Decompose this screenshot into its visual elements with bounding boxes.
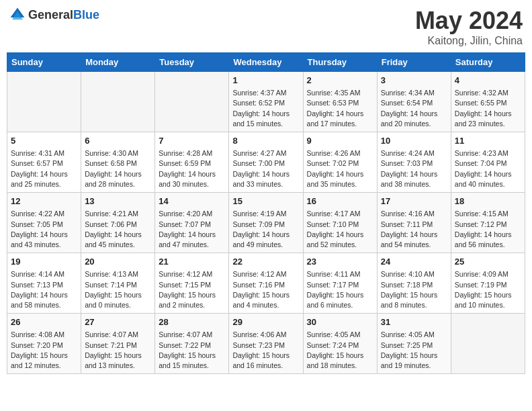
page-header: GeneralBlue May 2024 Kaitong, Jilin, Chi… [7,7,525,47]
day-detail: Sunrise: 4:16 AMSunset: 7:11 PMDaylight:… [381,209,447,250]
weekday-header-friday: Friday [377,53,451,72]
calendar-cell: 17Sunrise: 4:16 AMSunset: 7:11 PMDayligh… [377,193,451,253]
day-number: 14 [159,195,225,208]
title-area: May 2024 Kaitong, Jilin, China [415,7,523,47]
calendar-cell [81,72,155,132]
day-number: 22 [232,256,299,268]
day-number: 5 [11,135,77,147]
day-detail: Sunrise: 4:22 AMSunset: 7:05 PMDaylight:… [11,209,77,250]
weekday-header-thursday: Thursday [303,53,377,72]
day-detail: Sunrise: 4:08 AMSunset: 7:20 PMDaylight:… [11,330,77,371]
day-detail: Sunrise: 4:06 AMSunset: 7:23 PMDaylight:… [232,330,299,371]
day-number: 20 [85,256,151,268]
calendar-cell: 18Sunrise: 4:15 AMSunset: 7:12 PMDayligh… [451,193,525,253]
calendar-cell: 25Sunrise: 4:09 AMSunset: 7:19 PMDayligh… [451,253,525,314]
calendar-cell: 12Sunrise: 4:22 AMSunset: 7:05 PMDayligh… [7,193,81,253]
day-number: 13 [85,195,151,208]
weekday-header-row: SundayMondayTuesdayWednesdayThursdayFrid… [7,53,525,72]
calendar-cell: 29Sunrise: 4:06 AMSunset: 7:23 PMDayligh… [229,314,303,374]
day-detail: Sunrise: 4:21 AMSunset: 7:06 PMDaylight:… [85,209,151,250]
day-detail: Sunrise: 4:11 AMSunset: 7:17 PMDaylight:… [307,269,373,310]
day-number: 12 [11,195,77,208]
day-detail: Sunrise: 4:32 AMSunset: 6:55 PMDaylight:… [455,88,521,129]
calendar-cell: 26Sunrise: 4:08 AMSunset: 7:20 PMDayligh… [7,314,81,374]
calendar-cell: 5Sunrise: 4:31 AMSunset: 6:57 PMDaylight… [7,132,81,193]
calendar-cell [451,314,525,374]
day-detail: Sunrise: 4:30 AMSunset: 6:58 PMDaylight:… [85,148,151,189]
day-number: 21 [159,256,225,268]
day-number: 11 [455,135,521,147]
day-detail: Sunrise: 4:34 AMSunset: 6:54 PMDaylight:… [381,88,447,129]
calendar-cell: 13Sunrise: 4:21 AMSunset: 7:06 PMDayligh… [81,193,155,253]
day-number: 19 [11,256,77,268]
day-detail: Sunrise: 4:17 AMSunset: 7:10 PMDaylight:… [307,209,373,250]
calendar-cell: 15Sunrise: 4:19 AMSunset: 7:09 PMDayligh… [229,193,303,253]
day-detail: Sunrise: 4:15 AMSunset: 7:12 PMDaylight:… [455,209,521,250]
calendar-cell: 24Sunrise: 4:10 AMSunset: 7:18 PMDayligh… [377,253,451,314]
logo: GeneralBlue [9,7,99,23]
calendar-cell: 19Sunrise: 4:14 AMSunset: 7:13 PMDayligh… [7,253,81,314]
day-detail: Sunrise: 4:13 AMSunset: 7:14 PMDaylight:… [85,269,151,310]
calendar-cell: 28Sunrise: 4:07 AMSunset: 7:22 PMDayligh… [155,314,229,374]
day-detail: Sunrise: 4:12 AMSunset: 7:16 PMDaylight:… [232,269,299,310]
month-title: May 2024 [415,7,523,35]
day-number: 6 [85,135,151,147]
week-row-3: 12Sunrise: 4:22 AMSunset: 7:05 PMDayligh… [7,193,525,253]
day-number: 1 [232,75,299,87]
logo-general: General [28,8,73,21]
calendar-cell: 16Sunrise: 4:17 AMSunset: 7:10 PMDayligh… [303,193,377,253]
day-number: 7 [159,135,225,147]
calendar-cell: 14Sunrise: 4:20 AMSunset: 7:07 PMDayligh… [155,193,229,253]
calendar-cell: 21Sunrise: 4:12 AMSunset: 7:15 PMDayligh… [155,253,229,314]
day-number: 25 [455,256,521,268]
calendar-cell: 23Sunrise: 4:11 AMSunset: 7:17 PMDayligh… [303,253,377,314]
weekday-header-monday: Monday [81,53,155,72]
day-number: 23 [307,256,373,268]
calendar-cell: 11Sunrise: 4:23 AMSunset: 7:04 PMDayligh… [451,132,525,193]
calendar-cell: 1Sunrise: 4:37 AMSunset: 6:52 PMDaylight… [229,72,303,132]
day-number: 27 [85,316,151,328]
day-number: 3 [381,75,447,87]
day-number: 24 [381,256,447,268]
calendar-cell: 10Sunrise: 4:24 AMSunset: 7:03 PMDayligh… [377,132,451,193]
week-row-5: 26Sunrise: 4:08 AMSunset: 7:20 PMDayligh… [7,314,525,374]
day-detail: Sunrise: 4:37 AMSunset: 6:52 PMDaylight:… [232,88,299,129]
day-detail: Sunrise: 4:12 AMSunset: 7:15 PMDaylight:… [159,269,225,310]
day-detail: Sunrise: 4:31 AMSunset: 6:57 PMDaylight:… [11,148,77,189]
calendar-cell: 9Sunrise: 4:26 AMSunset: 7:02 PMDaylight… [303,132,377,193]
day-detail: Sunrise: 4:07 AMSunset: 7:22 PMDaylight:… [159,330,225,371]
calendar-cell: 22Sunrise: 4:12 AMSunset: 7:16 PMDayligh… [229,253,303,314]
week-row-4: 19Sunrise: 4:14 AMSunset: 7:13 PMDayligh… [7,253,525,314]
logo-text: GeneralBlue [28,8,99,22]
calendar-cell: 8Sunrise: 4:27 AMSunset: 7:00 PMDaylight… [229,132,303,193]
calendar-cell: 20Sunrise: 4:13 AMSunset: 7:14 PMDayligh… [81,253,155,314]
calendar-cell: 4Sunrise: 4:32 AMSunset: 6:55 PMDaylight… [451,72,525,132]
day-number: 30 [307,316,373,328]
day-number: 28 [159,316,225,328]
day-number: 4 [455,75,521,87]
day-detail: Sunrise: 4:28 AMSunset: 6:59 PMDaylight:… [159,148,225,189]
calendar-cell: 27Sunrise: 4:07 AMSunset: 7:21 PMDayligh… [81,314,155,374]
week-row-2: 5Sunrise: 4:31 AMSunset: 6:57 PMDaylight… [7,132,525,193]
day-detail: Sunrise: 4:05 AMSunset: 7:25 PMDaylight:… [381,330,447,371]
calendar-cell: 7Sunrise: 4:28 AMSunset: 6:59 PMDaylight… [155,132,229,193]
calendar-cell [7,72,81,132]
weekday-header-saturday: Saturday [451,53,525,72]
day-detail: Sunrise: 4:07 AMSunset: 7:21 PMDaylight:… [85,330,151,371]
calendar-cell: 2Sunrise: 4:35 AMSunset: 6:53 PMDaylight… [303,72,377,132]
calendar-cell: 3Sunrise: 4:34 AMSunset: 6:54 PMDaylight… [377,72,451,132]
day-detail: Sunrise: 4:14 AMSunset: 7:13 PMDaylight:… [11,269,77,310]
day-detail: Sunrise: 4:05 AMSunset: 7:24 PMDaylight:… [307,330,373,371]
weekday-header-wednesday: Wednesday [229,53,303,72]
day-detail: Sunrise: 4:26 AMSunset: 7:02 PMDaylight:… [307,148,373,189]
logo-icon [9,7,26,23]
logo-blue: Blue [73,8,99,21]
weekday-header-tuesday: Tuesday [155,53,229,72]
day-number: 17 [381,195,447,208]
calendar-cell [155,72,229,132]
location: Kaitong, Jilin, China [415,35,523,47]
calendar-cell: 30Sunrise: 4:05 AMSunset: 7:24 PMDayligh… [303,314,377,374]
day-number: 10 [381,135,447,147]
day-detail: Sunrise: 4:35 AMSunset: 6:53 PMDaylight:… [307,88,373,129]
day-number: 15 [232,195,299,208]
